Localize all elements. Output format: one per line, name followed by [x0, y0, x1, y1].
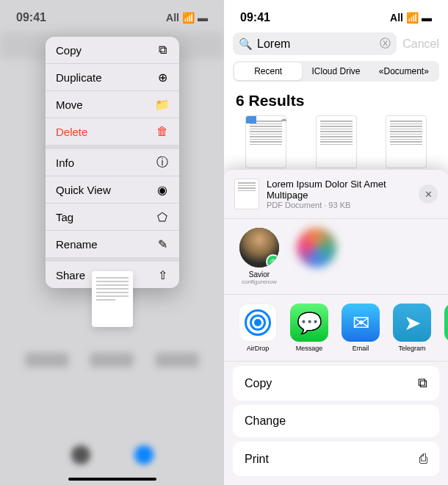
menu-item-info[interactable]: Infoⓘ	[46, 149, 179, 176]
action-copy[interactable]: Copy⧉	[233, 366, 439, 400]
share-meta: PDF Document · 93 KB	[267, 201, 411, 209]
cancel-button[interactable]: Cancel	[402, 37, 439, 51]
segment-1[interactable]: ICloud Drive	[302, 62, 369, 80]
telegram-icon: ➤	[393, 303, 431, 342]
menu-label: Copy	[56, 44, 82, 57]
result-thumbnail	[386, 115, 427, 168]
share-app-airdrop[interactable]: AirDrop	[237, 303, 278, 352]
rename-icon: ✎	[156, 237, 169, 251]
message-icon: 💬	[290, 303, 328, 342]
segment-0[interactable]: Recent	[234, 62, 302, 80]
share-app-msg[interactable]: 💬Message	[289, 303, 330, 352]
menu-item-duplicate[interactable]: Duplicate⊕	[46, 64, 179, 91]
share-people-row: ✆Saviorconfigurenow	[224, 219, 448, 295]
menu-item-quick-view[interactable]: Quick View◉	[46, 176, 179, 204]
menu-label: Info	[56, 157, 74, 169]
status-time: 09:41	[16, 11, 46, 24]
menu-item-copy[interactable]: Copy⧉	[46, 37, 179, 64]
share-person[interactable]: ✆Saviorconfigurenow	[237, 228, 281, 285]
battery-icon: ▬	[422, 12, 432, 24]
share-person-blurred[interactable]	[295, 228, 339, 285]
menu-item-rename[interactable]: Rename✎	[46, 231, 179, 257]
airdrop-icon	[239, 303, 277, 342]
share-app-tg[interactable]: ➤Telegram	[391, 303, 433, 352]
app-label: Message	[296, 345, 323, 352]
info-icon: ⓘ	[156, 156, 169, 169]
share-apps-row: AirDrop💬Message✉Email➤Telegram✆W…	[224, 295, 448, 362]
share-app-mail[interactable]: ✉Email	[340, 303, 381, 352]
wifi-icon: 📶	[182, 12, 195, 24]
results-header: 6 Results	[224, 92, 448, 115]
copy-icon: ⧉	[418, 376, 427, 391]
app-label: Email	[353, 345, 369, 352]
quick view-icon: ◉	[156, 183, 169, 196]
app-label: AirDrop	[247, 345, 270, 352]
menu-item-move[interactable]: Move📁	[46, 91, 179, 118]
cloud-icon: ☁	[280, 115, 287, 123]
duplicate-icon: ⊕	[156, 71, 169, 84]
result-thumbnail: ☁	[245, 115, 286, 168]
search-query: Lorem	[257, 37, 290, 51]
action-label: Copy	[245, 377, 272, 390]
status-carrier: All	[390, 12, 403, 24]
action-label: Print	[245, 453, 269, 466]
action-change[interactable]: Change	[233, 405, 439, 437]
share-sheet: Lorem Ipsum Dolor Sit Amet Multipage PDF…	[224, 170, 448, 485]
menu-label: Share	[56, 269, 85, 281]
avatar: ✆	[239, 228, 279, 267]
whatsapp-badge-icon: ✆	[266, 254, 279, 267]
battery-icon: ▬	[198, 12, 208, 24]
share-doc-thumbnail	[234, 179, 259, 209]
whatsapp-icon: ✆	[444, 303, 448, 342]
status-carrier: All	[166, 12, 179, 24]
result-thumbnail	[316, 115, 357, 168]
tag-icon: ⬠	[156, 210, 169, 223]
menu-label: Rename	[56, 238, 98, 251]
wifi-icon: 📶	[406, 12, 419, 24]
menu-label: Duplicate	[56, 71, 102, 84]
menu-label: Move	[56, 98, 83, 111]
action-print[interactable]: Print⎙	[233, 442, 439, 476]
scope-segmented-control: RecentICloud Drive«Document»	[233, 61, 439, 82]
close-icon[interactable]: ✕	[419, 184, 438, 204]
clear-search-icon[interactable]: ⓧ	[380, 37, 391, 51]
share-title: Lorem Ipsum Dolor Sit Amet Multipage	[267, 179, 411, 201]
mail-icon: ✉	[342, 303, 380, 342]
avatar	[297, 228, 336, 267]
delete-icon: 🗑	[156, 125, 169, 138]
segment-2[interactable]: «Document»	[370, 62, 438, 80]
context-menu: Copy⧉Duplicate⊕Move📁Delete🗑InfoⓘQuick Vi…	[46, 37, 179, 288]
app-label: Telegram	[398, 345, 425, 352]
move-icon: 📁	[156, 98, 169, 111]
search-input[interactable]: 🔍 Lorem ⓧ	[233, 32, 397, 55]
home-indicator[interactable]	[68, 478, 156, 481]
action-label: Change	[245, 414, 286, 428]
menu-item-tag[interactable]: Tag⬠	[46, 204, 179, 231]
menu-label: Delete	[56, 126, 87, 138]
copy-icon: ⧉	[156, 43, 169, 57]
document-thumbnail[interactable]	[92, 271, 133, 327]
person-name: Savior	[249, 270, 270, 279]
menu-label: Tag	[56, 211, 73, 223]
menu-label: Quick View	[56, 184, 111, 196]
share-icon: ⇧	[156, 268, 169, 281]
search-icon: 🔍	[239, 37, 253, 51]
share-app-wa[interactable]: ✆W…	[443, 303, 448, 352]
print-icon: ⎙	[419, 451, 427, 467]
menu-item-delete[interactable]: Delete🗑	[46, 118, 179, 145]
status-time: 09:41	[240, 11, 270, 24]
share-action-list: Copy⧉ChangePrint⎙	[224, 362, 448, 485]
person-sub: configurenow	[242, 279, 277, 285]
